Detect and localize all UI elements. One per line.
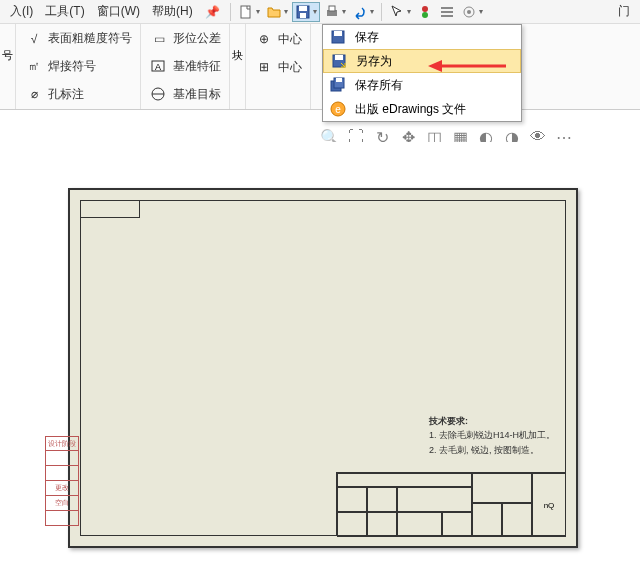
menu-tools[interactable]: 工具(T) [39,1,90,22]
target-icon [149,85,169,103]
annotation-arrow [428,56,508,76]
hole-icon: ⌀ [24,85,44,103]
open-button[interactable]: ▾ [264,3,290,21]
svg-rect-27 [336,78,342,82]
drawing-sheet: 技术要求: 1. 去除毛刺锐边H14-H机加工。 2. 去毛刺, 锐边, 按图制… [68,188,578,548]
sheet-border: 技术要求: 1. 去除毛刺锐边H14-H机加工。 2. 去毛刺, 锐边, 按图制… [80,200,566,536]
ribbon-label: 号 [2,28,13,63]
menu-item-saveall[interactable]: 保存所有 [323,73,521,97]
menu-right[interactable]: 门 [612,1,636,22]
menubar: 入(I) 工具(T) 窗口(W) 帮助(H) 📌 ▾ ▾ ▾ ▾ ▾ ▾ ▾ 门 [0,0,640,24]
menu-window[interactable]: 窗口(W) [91,1,146,22]
svg-text:A: A [155,62,161,72]
save-icon [329,28,347,46]
svg-rect-9 [441,11,453,13]
svg-point-12 [467,10,471,14]
svg-rect-3 [300,13,306,18]
rev-cell: 更改 [45,481,79,496]
datum-feature-button[interactable]: A基准特征 [149,56,221,78]
datum-target-button[interactable]: 基准目标 [149,83,221,105]
edrawings-icon: e [329,100,347,118]
saveas-icon [330,52,348,70]
ribbon-col-2: ▭形位公差 A基准特征 基准目标 [141,24,230,109]
svg-rect-22 [334,31,342,36]
menu-insert[interactable]: 入(I) [4,1,39,22]
rev-cell: 设计阶段 [45,436,79,451]
print-button[interactable]: ▾ [322,3,348,21]
roughness-icon: √ [24,30,44,48]
geometric-tolerance-button[interactable]: ▭形位公差 [149,28,221,50]
menu-item-label: 保存所有 [355,77,403,94]
rev-cell: 空白 [45,496,79,511]
titleblock-label: nQ [532,473,566,537]
new-button[interactable]: ▾ [236,3,262,21]
svg-rect-8 [441,7,453,9]
svg-rect-2 [299,6,307,11]
ribbon: 号 √表面粗糙度符号 ㎡焊接符号 ⌀孔标注 ▭形位公差 A基准特征 基准目标 块… [0,24,640,110]
menu-help[interactable]: 帮助(H) [146,1,199,22]
center-icon: ⊞ [254,58,274,76]
svg-point-7 [422,12,428,18]
technical-notes: 技术要求: 1. 去除毛刺锐边H14-H机加工。 2. 去毛刺, 锐边, 按图制… [429,414,555,457]
settings-icon[interactable]: ▾ [459,3,485,21]
svg-text:e: e [335,104,341,115]
svg-rect-5 [329,6,335,11]
svg-rect-0 [241,6,250,18]
gtol-icon: ▭ [149,30,169,48]
traffic-icon[interactable] [415,3,435,21]
datum-icon: A [149,58,169,76]
svg-point-6 [422,6,428,12]
centerline-button-1[interactable]: ⊕中心 [254,28,302,50]
surface-roughness-button[interactable]: √表面粗糙度符号 [24,28,132,50]
title-block: nQ [336,472,566,536]
block-label: 块 [232,28,243,63]
menu-item-label: 出版 eDrawings 文件 [355,101,466,118]
centerline-button-2[interactable]: ⊞中心 [254,56,302,78]
ribbon-col-1: √表面粗糙度符号 ㎡焊接符号 ⌀孔标注 [16,24,141,109]
notes-title: 技术要求: [429,414,555,428]
ribbon-col-label: 号 [0,24,16,109]
menu-item-save[interactable]: 保存 [323,25,521,49]
ribbon-col-3: ⊕中心 ⊞中心 [246,24,311,109]
menu-item-label: 保存 [355,29,379,46]
svg-rect-24 [335,55,343,60]
pin-icon[interactable]: 📌 [205,5,220,19]
ribbon-col-3-label: 块 [230,24,246,109]
rev-cell [45,511,79,526]
drawing-canvas[interactable]: 技术要求: 1. 去除毛刺锐边H14-H机加工。 2. 去毛刺, 锐边, 按图制… [0,142,640,570]
svg-marker-31 [428,60,442,72]
undo-button[interactable]: ▾ [350,3,376,21]
menu-item-label: 另存为 [356,53,392,70]
hole-callout-button[interactable]: ⌀孔标注 [24,83,132,105]
options-icon[interactable] [437,3,457,21]
center-icon: ⊕ [254,30,274,48]
select-button[interactable]: ▾ [387,3,413,21]
save-button[interactable]: ▾ [292,2,320,22]
saveall-icon [329,76,347,94]
weld-icon: ㎡ [24,58,44,76]
corner-marker [80,200,140,218]
separator [230,3,231,21]
separator [381,3,382,21]
weld-symbol-button[interactable]: ㎡焊接符号 [24,56,132,78]
menu-item-edrawings[interactable]: e 出版 eDrawings 文件 [323,97,521,121]
note-line: 1. 去除毛刺锐边H14-H机加工。 [429,428,555,442]
revision-block: 设计阶段 更改 空白 [45,436,79,526]
svg-rect-10 [441,15,453,17]
rev-cell [45,451,79,466]
rev-cell [45,466,79,481]
note-line: 2. 去毛刺, 锐边, 按图制造。 [429,443,555,457]
